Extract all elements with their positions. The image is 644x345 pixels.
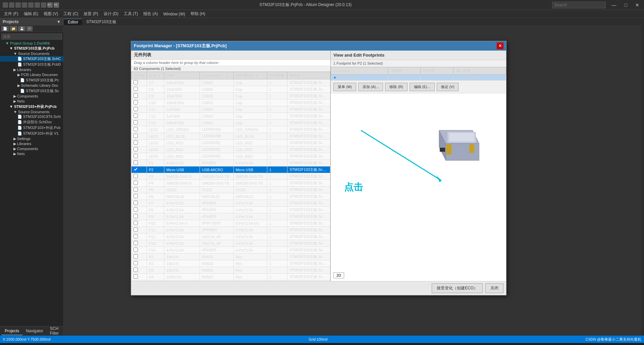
redo-icon[interactable]: ↪ xyxy=(54,2,59,8)
tree-item-nets-2[interactable]: ▶ Nets xyxy=(0,151,63,156)
app-close-button[interactable]: ✕ xyxy=(633,2,641,8)
tree-item-libraries-2[interactable]: ▶ Libraries xyxy=(0,141,63,146)
tree-item-pcb-lib-folder[interactable]: ▶ PCB Library Documen xyxy=(0,72,63,77)
fp-col-found[interactable]: 在...发现 xyxy=(453,67,506,75)
2d-button[interactable]: 2D xyxy=(333,272,344,278)
row-checkbox[interactable] xyxy=(133,154,138,158)
tab-editor[interactable]: Editor xyxy=(64,19,82,25)
table-row[interactable]: LED1 LED_GREEN LED0603绿 LED_GREEN 1 STM3… xyxy=(131,126,330,133)
table-row[interactable]: LED5 LED_RED LED0603红 LED_RED 1 STM32F10… xyxy=(131,153,330,160)
table-row[interactable]: R3 10k/1% R0603 Res 1 STM32F103主板.SchDc xyxy=(131,267,330,274)
row-checkbox[interactable] xyxy=(133,127,138,131)
tree-item-stm32-ext[interactable]: ▼ STM32F103+外设.PrjPcb xyxy=(0,104,63,110)
col-header-footprint[interactable]: Current Fo... ▲ xyxy=(200,72,233,79)
table-row[interactable]: R2 10k/1% R0603 Res 1 STM32F103主板.SchDc xyxy=(131,260,330,267)
col-header-sheet[interactable]: 图纸名 xyxy=(287,72,330,79)
table-row[interactable]: P12 4-Pin*2.54 XH2.54_4P 4-Pin*2.54 1 ST… xyxy=(131,233,330,240)
open-folder-btn[interactable]: 📁 xyxy=(10,26,17,31)
row-checkbox[interactable] xyxy=(133,134,138,138)
tree-item-stm32-c8t6[interactable]: 📄 STM32F103C8T6.Schi xyxy=(0,114,63,119)
close-dialog-button[interactable]: 关闭 xyxy=(485,283,503,293)
dialog-close-button[interactable]: ✕ xyxy=(497,43,503,49)
tree-item-stm32-main[interactable]: ▼ STM32F103主板.PrjPcb xyxy=(0,46,63,51)
minimize-button[interactable]: — xyxy=(610,2,619,8)
row-checkbox[interactable] xyxy=(133,254,138,259)
table-row[interactable]: P8 4-Pin*2.54 4Pin排针 4-Pin*2.54 1 STM32F… xyxy=(131,207,330,213)
row-checkbox[interactable] xyxy=(133,147,138,151)
table-row[interactable]: P4 SM02B-GHS-GH1.25-2P SM02B-GHS-TB SM02… xyxy=(131,180,330,187)
col-header-selected[interactable]: 选中的 xyxy=(131,72,147,79)
col-header-ref[interactable]: 位号 ▲ xyxy=(147,72,164,79)
table-row[interactable]: C8 10uF/50V C0805 Cap 1 STM32F103主板.SchD… xyxy=(131,86,330,93)
tree-item-pcb-1[interactable]: 📄 STM32F103主板.PcbD xyxy=(0,62,63,67)
table-row[interactable]: P9 5-Pin*2.54 4Pin排针 5-Pin*2.54 1 STM32F… xyxy=(131,213,330,220)
row-checkbox[interactable] xyxy=(133,80,138,84)
row-checkbox[interactable] xyxy=(133,194,138,198)
tree-item-source-docs-1[interactable]: ▼ Source Documents xyxy=(0,51,63,56)
row-checkbox[interactable] xyxy=(133,120,138,125)
undo-icon[interactable]: ↩ xyxy=(47,2,53,8)
menu-edit[interactable]: 编辑 (E) xyxy=(21,10,41,17)
row-checkbox[interactable] xyxy=(133,248,138,252)
tab-projects[interactable]: Projects xyxy=(1,327,22,335)
row-checkbox[interactable] xyxy=(133,181,138,185)
table-row[interactable]: P11 2-Pin*2.54 2PIN排针 2-Pin*2.54 1 STM32… xyxy=(131,227,330,233)
project-search-input[interactable] xyxy=(1,33,62,40)
row-checkbox[interactable] xyxy=(133,87,138,91)
fp-col-pcblib[interactable]: PCB库 xyxy=(420,67,453,75)
tab-sch-filter[interactable]: SCH Filter xyxy=(47,325,62,338)
row-checkbox[interactable] xyxy=(133,100,138,105)
table-row[interactable]: C11 1uF/50V C0603 Cap 1 STM32F103主板.SchD… xyxy=(131,106,330,113)
menu-project[interactable]: 工程 (C) xyxy=(61,10,81,17)
table-row[interactable]: C7 100nF/50V C0603 Cap 1 STM32F103主板.Sch… xyxy=(131,79,330,86)
table-row[interactable]: P13 4-Pin*2.54 XH2.54_4P 4-Pin*2.54 1 ST… xyxy=(131,240,330,247)
tree-item-components-1[interactable]: ▶ Components xyxy=(0,94,63,99)
row-checkbox[interactable] xyxy=(133,187,138,192)
tree-item-nets-1[interactable]: ▶ Nets xyxy=(0,99,63,104)
col-header-comment[interactable]: 注释 xyxy=(164,72,200,79)
menu-help[interactable]: 帮助 (H) xyxy=(188,10,208,17)
refresh-btn[interactable]: ⟳ xyxy=(26,26,33,31)
menu-place[interactable]: 放置 (P) xyxy=(81,10,101,17)
table-row[interactable]: R1 10k/1% R0603 Res 1 STM32F103主板.SchDc xyxy=(131,254,330,260)
row-checkbox[interactable] xyxy=(133,174,138,178)
row-checkbox[interactable] xyxy=(133,201,138,205)
validate-button[interactable]: 验证 (V) xyxy=(437,83,459,91)
table-row[interactable]: LED3 LED_RED LED0603红 LED_RED 1 STM32F10… xyxy=(131,140,330,146)
edit-button[interactable]: 编辑 (E)... xyxy=(410,83,435,91)
table-row[interactable]: P6 NRF24L01 NRF24L01 NRF24L01 1 STM32F10… xyxy=(131,193,330,200)
col-header-qty[interactable]: 部件数量 xyxy=(267,72,287,79)
table-row[interactable]: C13 100nF/50V C0603 Cap 1 STM32F103主板.Sc… xyxy=(131,120,330,126)
menu-view[interactable]: 视图 (V) xyxy=(41,10,61,17)
menu-reports[interactable]: 报告 (A) xyxy=(141,10,160,17)
row-checkbox[interactable] xyxy=(133,268,138,272)
table-row[interactable]: C10 100nF/50V C0603 Cap 1 STM32F103主板.Sc… xyxy=(131,99,330,106)
table-row[interactable]: LED4 LED_RED LED0603红 LED_RED 1 STM32F10… xyxy=(131,146,330,153)
row-checkbox[interactable] xyxy=(133,221,138,225)
table-row[interactable]: P2 Micro USB USB-MICRO Micro USB 1 STM32… xyxy=(131,166,330,173)
row-checkbox[interactable] xyxy=(133,167,138,171)
tree-item-project-group[interactable]: ▼ Project Group 1.DsnWrk xyxy=(0,41,63,46)
row-checkbox[interactable] xyxy=(133,234,138,238)
tree-item-settings[interactable]: ▶ Settings xyxy=(0,136,63,141)
menu-window[interactable]: Window (W) xyxy=(161,11,188,17)
menu-design[interactable]: 设计 (D) xyxy=(101,10,121,17)
accept-changes-button[interactable]: 接受变化（创建ECO） xyxy=(432,283,483,293)
col-header-design-id[interactable]: 设计项目ID ▲ xyxy=(233,72,267,79)
row-checkbox[interactable] xyxy=(133,107,138,111)
table-row[interactable]: P14 4-Pin*2.54 4Pin排针 4-Pin*2.54 1 STM32… xyxy=(131,247,330,254)
global-search-input[interactable] xyxy=(552,2,606,8)
table-row[interactable]: C12 1uF/50V C0603 Cap 1 STM32F103主板.SchD… xyxy=(131,113,330,120)
row-checkbox[interactable] xyxy=(133,93,138,98)
component-table-wrapper[interactable]: 选中的 位号 ▲ 注释 Current Fo... ▲ 设计项目ID ▲ 部件数… xyxy=(131,72,330,281)
footprint-row[interactable]: ● USB-MICRO Any Not Validated xyxy=(331,75,506,80)
fp-col-name[interactable]: Footprint ... xyxy=(331,67,388,75)
tab-navigator[interactable]: Navigator xyxy=(22,327,46,335)
tree-item-source-docs-2[interactable]: ▼ Source Documents xyxy=(0,110,63,114)
tree-item-pcb-ext[interactable]: 📄 STM32F103+外设.Pcb xyxy=(0,125,63,131)
table-row[interactable]: C9 10uF/50V C0805 Cap 1 STM32F103主板.SchD… xyxy=(131,93,330,99)
table-row[interactable]: P1 4-Pin*2.54 4Pin排针 4-Pin*2.54 1 STM32F… xyxy=(131,160,330,166)
table-row[interactable]: P10 5-Pin*2.54-V 5PIN*3排针 5-Pin*2.54-VG … xyxy=(131,220,330,227)
row-checkbox[interactable] xyxy=(133,114,138,118)
panel-menu-icon[interactable]: ▼ xyxy=(57,19,61,24)
